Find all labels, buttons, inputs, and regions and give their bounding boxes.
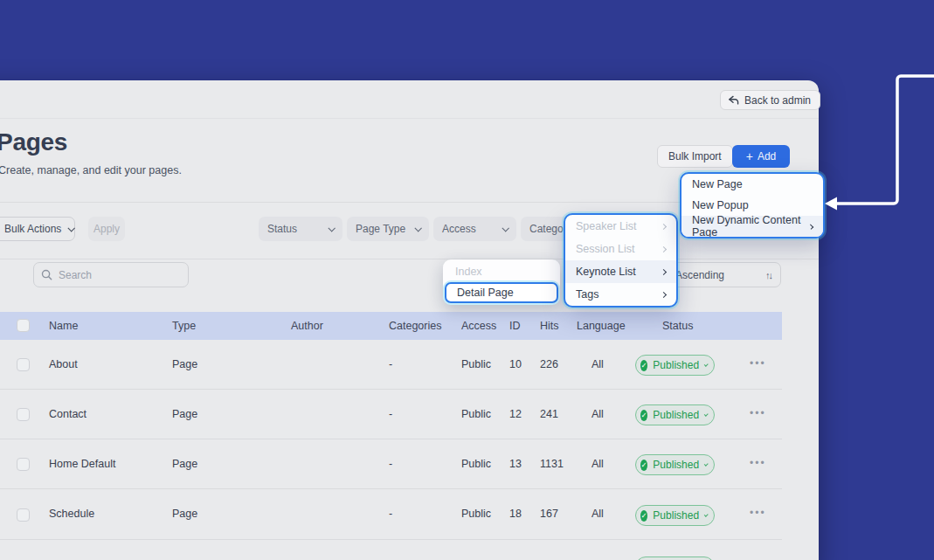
chevron-down-icon — [704, 462, 709, 467]
menu-item-speaker-list: Speaker List — [565, 215, 676, 238]
cell-id: 18 — [509, 508, 522, 520]
back-to-admin-label: Back to admin — [744, 94, 811, 107]
menu-item-label: New Dynamic Content Page — [692, 214, 809, 239]
menu-item-tags[interactable]: Tags — [565, 283, 676, 306]
menu-item-new-dynamic-content-page[interactable]: New Dynamic Content Page — [681, 216, 823, 237]
cell-id: 12 — [509, 408, 522, 420]
cell-categories: - — [389, 408, 392, 420]
column-type: Type — [172, 320, 196, 332]
row-checkbox[interactable] — [17, 458, 30, 471]
cell-access: Public — [461, 358, 491, 370]
cell-name[interactable]: Home Default — [49, 458, 115, 470]
status-badge-label: Published — [653, 509, 699, 522]
chevron-right-icon — [661, 223, 667, 229]
chevron-down-icon — [704, 363, 709, 367]
status-badge[interactable]: ✓ Published — [635, 404, 715, 425]
cell-language: All — [592, 458, 604, 470]
status-badge-label: Published — [653, 409, 699, 421]
cell-hits: 1131 — [540, 458, 564, 470]
menu-item-new-popup[interactable]: New Popup — [681, 195, 823, 216]
select-all-checkbox[interactable] — [17, 319, 30, 332]
row-checkbox[interactable] — [17, 358, 30, 371]
back-to-admin-button[interactable]: Back to admin — [720, 90, 820, 110]
cell-type: Page — [172, 508, 197, 520]
check-circle-icon: ✓ — [640, 410, 647, 421]
status-badge-label: Published — [653, 359, 699, 371]
column-language: Language — [577, 320, 626, 332]
cell-language: All — [592, 508, 604, 520]
screen: Back to admin Pages Create, manage, and … — [0, 0, 934, 560]
cell-type: Page — [172, 458, 197, 470]
filter-page-type[interactable]: Page Type — [347, 217, 429, 241]
menu-item-label: Index — [455, 266, 482, 278]
cell-type: Page — [172, 408, 197, 420]
table-header-row: Name Type Author Categories Access ID Hi… — [0, 312, 782, 340]
cell-name[interactable]: About — [49, 358, 78, 370]
filter-access[interactable]: Access — [433, 217, 516, 241]
menu-item-label: Tags — [576, 288, 598, 301]
cell-language: All — [592, 408, 604, 420]
back-arrow-icon — [728, 95, 739, 106]
chevron-down-icon — [704, 513, 709, 517]
add-button-label: Add — [758, 150, 776, 162]
column-author: Author — [291, 320, 323, 332]
bulk-actions-label: Bulk Actions — [4, 223, 61, 235]
chevron-right-icon — [661, 291, 667, 297]
cell-name[interactable]: Schedule — [49, 508, 94, 520]
menu-item-label: Detail Page — [457, 287, 514, 299]
chevron-down-icon — [502, 225, 509, 232]
sort-arrows-icon: ↑↓ — [765, 270, 771, 280]
search-icon — [41, 269, 52, 280]
row-actions-button[interactable]: ••• — [750, 457, 766, 469]
table-row: Contact Page - Public 12 241 All ✓ Publi… — [0, 390, 782, 439]
menu-item-new-page[interactable]: New Page — [681, 174, 823, 195]
menu-item-label: Keynote List — [576, 266, 636, 278]
chevron-down-icon — [414, 225, 421, 232]
menu-item-label: New Page — [692, 178, 743, 190]
check-circle-icon: ✓ — [640, 510, 647, 522]
menu-item-label: Speaker List — [576, 220, 636, 232]
status-badge[interactable]: ✓ Published — [635, 355, 715, 376]
bulk-import-button[interactable]: Bulk Import — [657, 145, 733, 168]
search-input[interactable] — [59, 269, 163, 281]
row-actions-button[interactable]: ••• — [750, 357, 766, 370]
cell-hits: 241 — [540, 408, 558, 420]
sort-order-label: Ascending — [675, 269, 724, 281]
column-categories: Categories — [389, 320, 441, 332]
chevron-down-icon — [68, 225, 75, 232]
cell-type: Page — [172, 358, 197, 370]
cell-hits: 226 — [540, 358, 558, 370]
row-actions-button[interactable]: ••• — [750, 507, 766, 519]
cell-access: Public — [461, 408, 491, 420]
page-title: Pages — [0, 128, 67, 156]
cell-name[interactable]: Contact — [49, 408, 86, 420]
menu-item-label: Session List — [576, 243, 634, 255]
cell-id: 10 — [509, 358, 522, 370]
apply-button[interactable]: Apply — [88, 217, 125, 241]
filter-status[interactable]: Status — [259, 217, 342, 241]
sort-order-dropdown[interactable]: Ascending ↑↓ — [666, 262, 781, 287]
row-checkbox[interactable] — [17, 508, 30, 522]
menu-item-detail-page[interactable]: Detail Page — [445, 282, 558, 303]
table-row: About Page - Public 10 226 All ✓ Publish… — [0, 340, 782, 390]
row-checkbox[interactable] — [17, 408, 30, 421]
table-row: Schedule Page - Public 18 167 All ✓ Publ… — [0, 489, 782, 540]
filters-divider — [0, 259, 819, 259]
check-circle-icon: ✓ — [640, 460, 647, 471]
bulk-actions-dropdown[interactable]: Bulk Actions — [0, 217, 75, 241]
cell-categories: - — [389, 508, 392, 520]
menu-item-keynote-list[interactable]: Keynote List — [565, 260, 676, 283]
add-button[interactable]: + Add — [732, 145, 790, 168]
filter-status-label: Status — [267, 223, 297, 235]
row-actions-button[interactable]: ••• — [750, 407, 766, 419]
dynamic-content-menu: Speaker List Session List Keynote List T… — [564, 213, 678, 308]
keynote-list-menu: Index Detail Page — [443, 259, 560, 305]
column-id: ID — [509, 320, 521, 332]
status-badge[interactable]: ✓ Published — [635, 454, 715, 475]
chevron-down-icon — [328, 225, 335, 232]
status-badge-label: Published — [653, 459, 699, 471]
status-badge[interactable]: ✓ Published — [635, 505, 715, 526]
cell-hits: 167 — [540, 508, 558, 520]
search-field[interactable] — [33, 262, 189, 287]
filter-page-type-label: Page Type — [356, 223, 405, 235]
